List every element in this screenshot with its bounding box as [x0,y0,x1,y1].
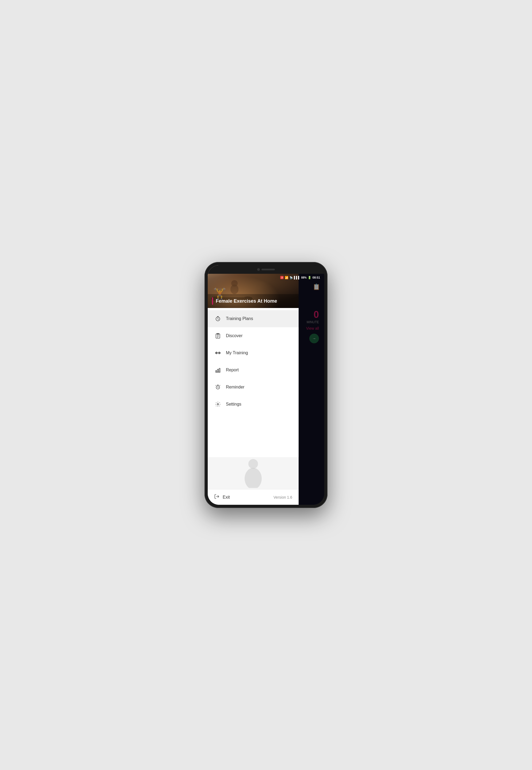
profile-silhouette [241,459,265,488]
side-drawer: Female Exercises At Home Trainin [208,265,299,505]
exit-label: Exit [223,495,230,500]
drawer-title: Female Exercises At Home [216,298,277,304]
menu-item-report[interactable]: Report [208,361,299,379]
drawer-title-bar: Female Exercises At Home [208,294,299,308]
alarm-icon [214,383,222,391]
version-label: Version 1.6 [273,495,292,499]
profile-area [208,457,299,489]
battery-icon: 🔋 [308,276,311,279]
status-bar: 2 📶 📡 ▌▌▌ 88% 🔋 08:51 [208,274,324,281]
svg-rect-18 [219,368,220,372]
gear-icon [214,401,222,408]
menu-item-discover[interactable]: Discover [208,327,299,344]
svg-rect-17 [217,369,218,372]
exit-button[interactable]: Exit [214,494,230,501]
title-accent-bar [212,297,213,305]
time-display: 08:51 [313,276,320,279]
speaker [261,269,275,270]
wifi-icon: 📡 [290,276,293,279]
phone-device: 2 📶 📡 ▌▌▌ 88% 🔋 08:51 Home 📋 Let's get i… [205,262,327,508]
menu-label-settings: Settings [226,402,241,407]
menu-item-settings[interactable]: Settings [208,396,299,413]
clipboard-menu-icon [214,332,222,340]
menu-label-my-training: My Training [226,351,248,355]
signal-icon: 📶 [285,276,288,279]
notification-badge: 2 [280,276,284,279]
drawer-footer: Exit Version 1.6 [208,489,299,505]
drawer-menu: Training Plans Discover [208,308,299,457]
svg-rect-16 [216,371,217,372]
menu-item-reminder[interactable]: Reminder [208,379,299,396]
svg-point-23 [245,468,262,488]
menu-item-training-plans[interactable]: Training Plans [208,310,299,327]
menu-label-discover: Discover [226,333,242,338]
battery-percent: 88% [301,276,307,279]
menu-label-report: Report [226,368,239,372]
menu-item-my-training[interactable]: My Training [208,344,299,361]
signal-strength-icon: ▌▌▌ [294,276,300,279]
menu-label-reminder: Reminder [226,385,244,390]
menu-label-training-plans: Training Plans [226,316,253,321]
dumbbell-icon [214,349,222,357]
phone-top-bar [208,265,324,274]
svg-point-21 [217,403,219,405]
front-camera [257,268,260,271]
status-right: 2 📶 📡 ▌▌▌ 88% 🔋 08:51 [280,276,320,279]
bar-chart-icon [214,366,222,374]
svg-point-22 [248,459,258,469]
exit-icon [214,494,219,501]
stopwatch-icon [214,315,222,322]
phone-screen: 2 📶 📡 ▌▌▌ 88% 🔋 08:51 Home 📋 Let's get i… [208,265,324,505]
